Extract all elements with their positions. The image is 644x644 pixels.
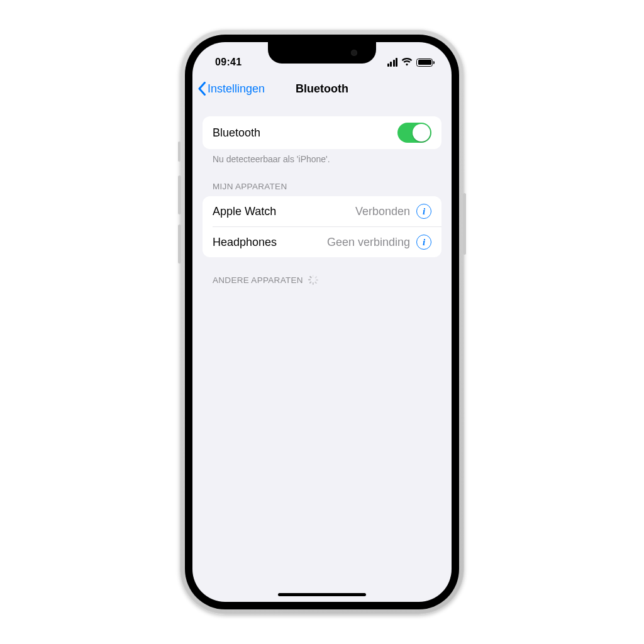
bluetooth-toggle-row[interactable]: Bluetooth xyxy=(203,116,441,149)
chevron-left-icon xyxy=(197,82,206,96)
toggle-knob xyxy=(413,124,430,142)
device-row[interactable]: Headphones Geen verbinding i xyxy=(203,227,441,257)
my-devices-list: Apple Watch Verbonden i Headphones Geen … xyxy=(203,196,441,257)
wifi-icon xyxy=(401,58,413,67)
phone-frame: 09:41 xyxy=(180,30,464,614)
bluetooth-toggle-label: Bluetooth xyxy=(213,126,397,140)
home-indicator[interactable] xyxy=(278,593,366,596)
volume-down-button xyxy=(178,225,181,264)
other-devices-header: ANDERE APPARATEN xyxy=(203,257,441,290)
cellular-signal-icon xyxy=(387,58,398,67)
power-button xyxy=(463,193,466,255)
notch xyxy=(268,42,376,64)
my-devices-header: MIJN APPARATEN xyxy=(203,164,441,196)
device-status: Geen verbinding xyxy=(327,236,410,249)
status-time: 09:41 xyxy=(215,57,242,68)
volume-up-button xyxy=(178,175,181,214)
navigation-bar: Instellingen Bluetooth xyxy=(192,74,452,104)
status-indicators xyxy=(387,58,433,67)
discoverable-note: Nu detecteerbaar als 'iPhone'. xyxy=(203,149,441,164)
device-row[interactable]: Apple Watch Verbonden i xyxy=(203,196,441,226)
device-status: Verbonden xyxy=(355,205,410,218)
info-icon[interactable]: i xyxy=(416,204,431,219)
info-icon[interactable]: i xyxy=(416,235,431,250)
back-button[interactable]: Instellingen xyxy=(197,82,265,96)
back-label: Instellingen xyxy=(208,82,265,96)
device-name: Headphones xyxy=(213,236,327,249)
mute-switch xyxy=(178,142,180,162)
battery-icon xyxy=(416,58,433,67)
page-title: Bluetooth xyxy=(296,82,348,96)
spinner-icon xyxy=(308,275,318,285)
bluetooth-toggle[interactable] xyxy=(397,123,431,143)
bluetooth-toggle-group: Bluetooth xyxy=(203,116,441,149)
content: Bluetooth Nu detecteerbaar als 'iPhone'.… xyxy=(192,104,452,290)
screen: 09:41 xyxy=(192,42,452,602)
device-name: Apple Watch xyxy=(213,205,355,218)
